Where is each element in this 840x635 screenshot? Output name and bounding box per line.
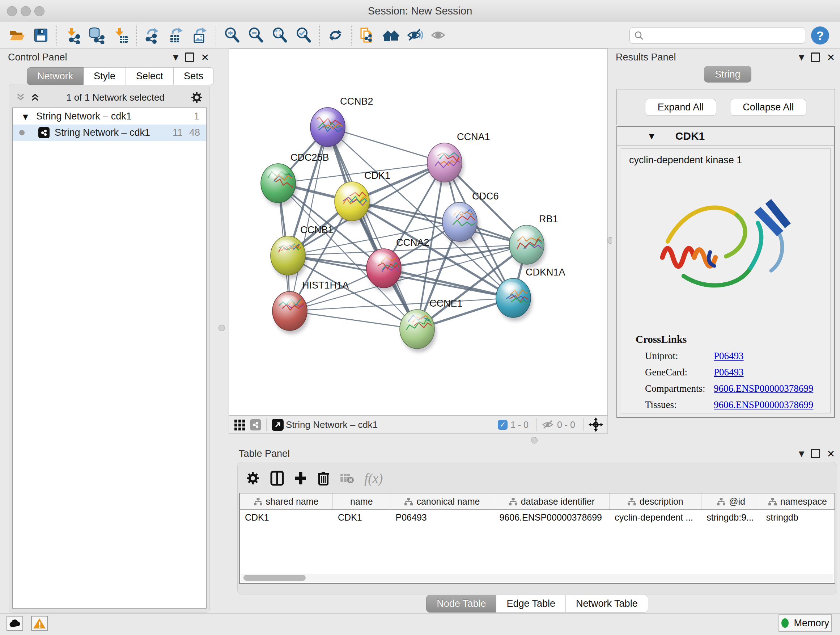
- network-row[interactable]: String Network – cdk1 11 48: [13, 125, 206, 141]
- hide-selected-button[interactable]: [404, 24, 426, 46]
- float-panel-icon[interactable]: [811, 52, 820, 62]
- save-session-button[interactable]: [30, 24, 52, 46]
- horizontal-splitter-handle[interactable]: [531, 437, 538, 443]
- show-columns-button[interactable]: [270, 470, 284, 486]
- float-panel-icon[interactable]: [185, 52, 194, 62]
- table-cell[interactable]: P06493: [391, 510, 494, 524]
- panel-menu-icon[interactable]: ▼: [173, 53, 178, 62]
- tab-style[interactable]: Style: [84, 67, 126, 85]
- table-cell[interactable]: CDK1: [333, 510, 390, 524]
- collapse-all-chevrons-icon[interactable]: [16, 93, 26, 102]
- scrollbar-thumb[interactable]: [243, 575, 306, 581]
- close-panel-icon[interactable]: ✕: [201, 52, 209, 63]
- search-input[interactable]: [647, 30, 805, 42]
- column-header-namespace[interactable]: namespace: [761, 494, 835, 509]
- crosslink-value-link[interactable]: 9606.ENSP00000378699: [714, 383, 813, 394]
- tab-node-table[interactable]: Node Table: [426, 595, 496, 613]
- network-node-CCNA1[interactable]: CCNA1: [427, 131, 490, 186]
- delete-column-button[interactable]: [317, 470, 330, 486]
- collection-expand-icon[interactable]: ▼: [23, 112, 28, 120]
- network-node-CCNB2[interactable]: CCNB2: [310, 96, 373, 150]
- gene-collapse-icon[interactable]: ▼: [649, 132, 654, 140]
- network-canvas[interactable]: CCNB2CCNA1CDC25BCDK1CDC6RB1CCNB1CCNA2CDK…: [229, 49, 608, 416]
- network-node-CDC6[interactable]: CDC6: [442, 191, 499, 245]
- open-in-window-button[interactable]: [272, 419, 284, 431]
- hidden-eye-icon[interactable]: [542, 419, 554, 430]
- network-node-CCNA2[interactable]: CCNA2: [366, 237, 429, 291]
- memory-status-button[interactable]: Memory: [778, 614, 832, 632]
- left-splitter-handle[interactable]: [218, 325, 225, 331]
- network-node-CDKN1A[interactable]: CDKN1A: [496, 267, 565, 321]
- zoom-out-button[interactable]: [245, 24, 267, 46]
- crosslink-value-link[interactable]: P06493: [714, 367, 744, 378]
- selected-nodes-checkbox[interactable]: ✓: [498, 420, 508, 430]
- tab-sets[interactable]: Sets: [174, 67, 214, 85]
- automation-status-button[interactable]: [6, 616, 23, 631]
- column-header-description[interactable]: description: [609, 494, 701, 509]
- show-all-button[interactable]: [428, 24, 450, 46]
- panel-menu-icon[interactable]: ▼: [799, 53, 804, 62]
- network-edge-CCNB2-CCNE1[interactable]: [328, 127, 417, 329]
- first-neighbors-button[interactable]: [380, 24, 402, 46]
- toolbar-separator: [537, 418, 537, 431]
- zoom-in-button[interactable]: [221, 24, 243, 46]
- horizontal-scrollbar[interactable]: [241, 574, 833, 582]
- import-network-file-button[interactable]: [62, 24, 84, 46]
- table-cell[interactable]: stringdb:9...: [701, 510, 761, 524]
- export-image-button[interactable]: [189, 24, 211, 46]
- network-label: String Network – cdk1: [55, 127, 150, 138]
- delete-table-button[interactable]: [340, 472, 354, 484]
- network-node-CCNE1[interactable]: CCNE1: [400, 298, 463, 352]
- gear-icon[interactable]: [191, 91, 203, 103]
- create-column-button[interactable]: [294, 471, 307, 486]
- export-network-button[interactable]: [141, 24, 163, 46]
- grid-toggle-button[interactable]: [233, 418, 246, 431]
- table-cell[interactable]: CDK1: [240, 510, 333, 524]
- panel-menu-icon[interactable]: ▼: [799, 449, 804, 458]
- float-panel-icon[interactable]: [811, 449, 820, 458]
- column-header--id[interactable]: @id: [701, 494, 761, 509]
- zoom-selected-button[interactable]: [293, 24, 314, 46]
- apply-layout-button[interactable]: [325, 24, 346, 46]
- warnings-button[interactable]: [31, 616, 48, 631]
- network-node-RB1[interactable]: RB1: [509, 214, 558, 268]
- crosslink-value-link[interactable]: P06493: [714, 350, 744, 362]
- table-cell[interactable]: cyclin-dependent ...: [609, 510, 701, 524]
- crosslinks-heading: CrossLinks: [636, 333, 823, 345]
- column-header-canonical-name[interactable]: canonical name: [390, 494, 494, 509]
- birds-eye-crosshair-icon[interactable]: [589, 417, 603, 432]
- crosslink-value-link[interactable]: 9606.ENSP00000378699: [714, 399, 813, 410]
- zoom-fit-button[interactable]: [269, 24, 291, 46]
- tab-network[interactable]: Network: [27, 67, 84, 85]
- network-node-HIST1H1A[interactable]: HIST1H1A: [272, 280, 349, 334]
- tab-network-table[interactable]: Network Table: [566, 595, 648, 613]
- close-panel-icon[interactable]: ✕: [827, 52, 835, 63]
- table-row[interactable]: CDK1CDK1P064939606.ENSP00000378699cyclin…: [240, 510, 835, 524]
- string-view-icon[interactable]: [250, 419, 261, 431]
- column-header-shared-name[interactable]: shared name: [240, 494, 333, 509]
- network-node-CDK1[interactable]: CDK1: [335, 170, 390, 225]
- network-edge-CCNA2-CDKN1A[interactable]: [384, 268, 513, 298]
- table-cell[interactable]: 9606.ENSP00000378699: [494, 510, 609, 524]
- table-settings-button[interactable]: [246, 471, 260, 486]
- gene-header[interactable]: ▼ CDK1: [617, 127, 834, 146]
- tab-select[interactable]: Select: [126, 67, 174, 85]
- export-table-button[interactable]: [165, 24, 187, 46]
- table-cell[interactable]: stringdb: [761, 510, 835, 524]
- tab-edge-table[interactable]: Edge Table: [496, 595, 566, 613]
- tab-string[interactable]: String: [704, 66, 752, 82]
- function-builder-button[interactable]: f(x): [364, 470, 383, 486]
- column-header-database-identifier[interactable]: database identifier: [494, 494, 609, 509]
- collapse-all-button[interactable]: Collapse All: [730, 99, 806, 116]
- help-button[interactable]: ?: [811, 27, 829, 44]
- close-panel-icon[interactable]: ✕: [827, 448, 835, 459]
- expand-all-button[interactable]: Expand All: [645, 99, 717, 116]
- new-network-from-selection-button[interactable]: [356, 24, 378, 46]
- expand-all-chevrons-icon[interactable]: [30, 93, 40, 102]
- network-node-CDC25B[interactable]: CDC25B: [261, 152, 329, 206]
- network-collection-row[interactable]: ▼ String Network – cdk1 1: [13, 108, 206, 125]
- open-session-button[interactable]: [6, 24, 28, 46]
- column-header-name[interactable]: name: [333, 494, 390, 509]
- import-network-database-button[interactable]: [86, 24, 107, 46]
- import-table-file-button[interactable]: [110, 24, 131, 46]
